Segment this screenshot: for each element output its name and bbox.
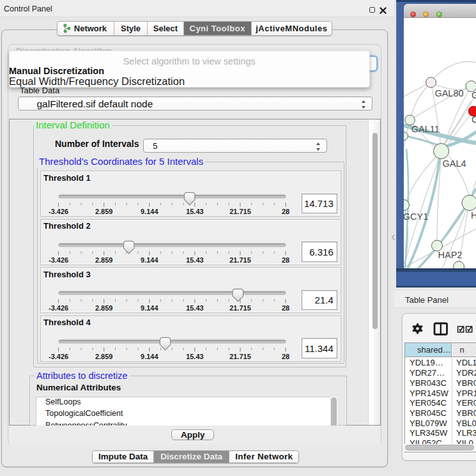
svg-text:21.715: 21.715 — [229, 304, 251, 312]
svg-text:28: 28 — [281, 353, 289, 360]
svg-text:9.144: 9.144 — [141, 353, 158, 360]
svg-text:2.859: 2.859 — [95, 304, 112, 312]
svg-text:21.715: 21.715 — [229, 208, 251, 215]
svg-text:9.144: 9.144 — [141, 208, 158, 215]
svg-text:9.144: 9.144 — [141, 304, 158, 312]
svg-text:15.43: 15.43 — [186, 256, 204, 264]
svg-text:C: C — [472, 114, 476, 125]
svg-text:21.715: 21.715 — [229, 256, 251, 264]
svg-text:-3.426: -3.426 — [48, 353, 68, 360]
svg-text:2.859: 2.859 — [95, 208, 112, 215]
svg-text:GAL4: GAL4 — [442, 158, 466, 169]
svg-text:15.43: 15.43 — [186, 304, 204, 312]
svg-text:2.859: 2.859 — [95, 256, 112, 264]
svg-text:2.859: 2.859 — [95, 353, 112, 360]
svg-text:15.43: 15.43 — [186, 353, 204, 360]
svg-text:28: 28 — [281, 304, 289, 312]
svg-text:15.43: 15.43 — [186, 208, 204, 215]
svg-text:GCY1: GCY1 — [404, 211, 428, 222]
svg-text:GAL80: GAL80 — [434, 88, 463, 98]
svg-text:GAL11: GAL11 — [411, 124, 440, 134]
svg-text:-3.426: -3.426 — [48, 208, 68, 215]
svg-text:28: 28 — [281, 256, 289, 264]
svg-text:9.144: 9.144 — [141, 256, 158, 264]
svg-text:21.715: 21.715 — [229, 353, 251, 360]
svg-text:HAP2: HAP2 — [438, 250, 463, 260]
svg-text:28: 28 — [281, 208, 289, 215]
svg-text:-3.426: -3.426 — [48, 304, 68, 312]
svg-text:-3.426: -3.426 — [48, 256, 68, 264]
svg-text:H: H — [471, 210, 476, 220]
svg-text:G: G — [472, 90, 476, 100]
